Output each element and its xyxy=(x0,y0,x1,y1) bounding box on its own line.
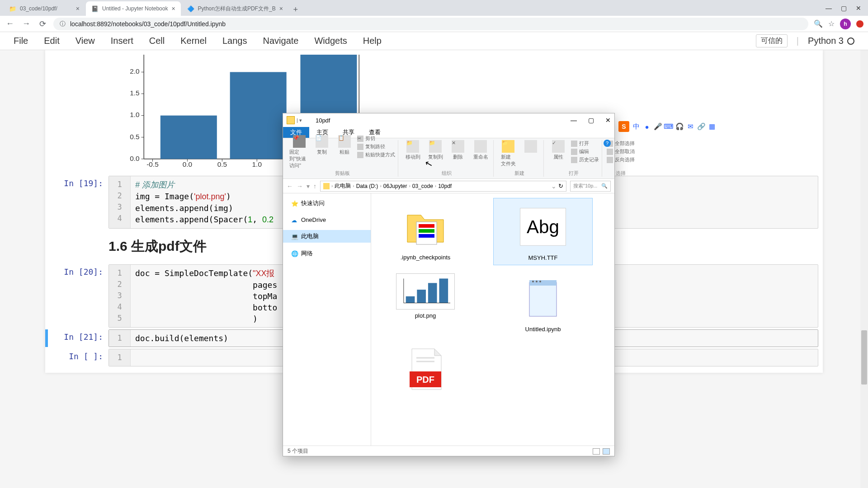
view-icons-icon[interactable] xyxy=(603,448,610,455)
breadcrumb-item[interactable]: 06Jupyter xyxy=(383,183,407,189)
file-item-folder[interactable]: .ipynb_checkpoints xyxy=(376,198,475,265)
menu-view[interactable]: View xyxy=(75,36,95,46)
file-explorer-window[interactable]: | ▾ 10pdf — ▢ ✕ 文件 主页 共享 查看 ? 📌固定到"快速访问"… xyxy=(283,113,615,456)
file-item-notebook[interactable]: Untitled.ipynb xyxy=(493,270,593,336)
breadcrumb-item[interactable]: Data (D:) xyxy=(356,183,378,189)
nav-back-icon[interactable]: ← xyxy=(287,183,293,190)
close-icon[interactable]: × xyxy=(279,5,283,12)
move-to-button[interactable]: 📁移动到 xyxy=(403,140,423,160)
minimize-icon[interactable]: — xyxy=(571,117,577,124)
breadcrumb-item[interactable]: 此电脑 xyxy=(335,182,351,190)
close-icon[interactable]: × xyxy=(76,5,80,12)
menu-help[interactable]: Help xyxy=(363,36,382,46)
browser-tab-0[interactable]: 📁 03_code/10pdf/ × xyxy=(4,1,85,16)
menu-insert[interactable]: Insert xyxy=(111,36,133,46)
menu-file[interactable]: File xyxy=(14,36,28,46)
sidebar-item-thispc[interactable]: 💻此电脑 xyxy=(283,230,371,243)
help-icon[interactable]: ? xyxy=(604,140,611,147)
profile-avatar[interactable]: h xyxy=(840,19,851,29)
explorer-nav: ← → ▾ ↑ › 此电脑› Data (D:)› 06Jupyter› 03_… xyxy=(283,179,614,193)
history-button[interactable]: 历史记录 xyxy=(571,156,599,163)
ime-lang-icon[interactable]: 中 xyxy=(632,122,640,131)
file-item-pdf[interactable]: PDF xyxy=(376,341,475,398)
breadcrumb-item[interactable]: 03_code xyxy=(412,183,433,189)
explorer-titlebar[interactable]: | ▾ 10pdf — ▢ ✕ xyxy=(283,113,614,127)
svg-rect-25 xyxy=(419,224,434,228)
sidebar-item-network[interactable]: 🌐网络 xyxy=(283,247,371,260)
item-count: 5 个项目 xyxy=(288,447,308,455)
file-item-font[interactable]: Abg MSYH.TTF xyxy=(493,198,593,265)
rename-button[interactable]: 重命名 xyxy=(471,140,491,160)
ime-keyboard-icon[interactable]: ⌨ xyxy=(665,122,673,131)
copy-path-button[interactable]: 复制路径 xyxy=(357,143,395,150)
pin-button[interactable]: 📌固定到"快速访问" xyxy=(289,135,309,169)
sidebar-item-onedrive[interactable]: ☁OneDrive xyxy=(283,214,371,225)
maximize-icon[interactable]: ▢ xyxy=(841,5,847,12)
paste-shortcut-button[interactable]: 粘贴快捷方式 xyxy=(357,151,395,158)
menu-widgets[interactable]: Widgets xyxy=(314,36,347,46)
close-icon[interactable]: × xyxy=(171,5,175,12)
paste-button[interactable]: 📋粘贴 xyxy=(335,135,354,155)
cut-button[interactable]: ✂剪切 xyxy=(357,135,395,142)
edit-button[interactable]: 编辑 xyxy=(571,148,599,155)
sidebar-item-quickaccess[interactable]: ⭐快速访问 xyxy=(283,197,371,210)
search-icon[interactable]: 🔍 xyxy=(814,19,823,28)
ime-mail-icon[interactable]: ✉ xyxy=(686,122,694,131)
menu-langs[interactable]: Langs xyxy=(222,36,247,46)
copy-button[interactable]: 📄复制 xyxy=(312,135,332,155)
copy-to-button[interactable]: 📁复制到 xyxy=(425,140,445,160)
view-details-icon[interactable] xyxy=(593,448,600,455)
vertical-scrollbar[interactable] xyxy=(860,50,868,488)
file-list[interactable]: .ipynb_checkpoints Abg MSYH.TTF plot.png… xyxy=(371,193,614,446)
ime-mic-icon[interactable]: 🎤 xyxy=(654,122,662,131)
ime-grid-icon[interactable]: ▦ xyxy=(708,122,716,131)
maximize-icon[interactable]: ▢ xyxy=(588,117,594,124)
address-bar[interactable]: ⓘ localhost:8892/notebooks/03_code/10pdf… xyxy=(53,18,808,30)
close-icon[interactable]: ✕ xyxy=(605,117,611,124)
minimize-icon[interactable]: — xyxy=(826,5,832,12)
kernel-indicator[interactable]: Python 3 xyxy=(808,36,854,46)
cell-prompt: In [20]: xyxy=(50,264,108,328)
nav-history-icon[interactable]: ▾ xyxy=(307,183,310,190)
close-icon[interactable]: ✕ xyxy=(856,5,861,12)
search-input[interactable]: 搜索"10p... 🔍 xyxy=(570,181,611,192)
open-button[interactable]: 打开 xyxy=(571,140,599,147)
menu-navigate[interactable]: Navigate xyxy=(263,36,299,46)
explorer-sidebar[interactable]: ⭐快速访问 ☁OneDrive 💻此电脑 🌐网络 xyxy=(283,193,371,446)
breadcrumb[interactable]: › 此电脑› Data (D:)› 06Jupyter› 03_code› 10… xyxy=(320,181,566,192)
menu-kernel[interactable]: Kernel xyxy=(180,36,207,46)
delete-button[interactable]: ✕删除 xyxy=(448,140,468,160)
search-icon[interactable]: 🔍 xyxy=(601,183,608,189)
new-item-button[interactable] xyxy=(521,140,541,153)
new-folder-button[interactable]: 📁新建 文件夹 xyxy=(498,140,518,167)
select-all-button[interactable]: 全部选择 xyxy=(607,140,635,147)
invert-selection-button[interactable]: 反向选择 xyxy=(607,156,635,163)
site-info-icon[interactable]: ⓘ xyxy=(60,20,66,28)
nav-forward-icon[interactable]: → xyxy=(297,183,303,190)
nav-up-icon[interactable]: ↑ xyxy=(313,183,316,190)
browser-tab-2[interactable]: 🔷 Python怎样自动生成PDF文件_B × xyxy=(182,1,288,16)
ime-link-icon[interactable]: 🔗 xyxy=(697,122,705,131)
menu-cell[interactable]: Cell xyxy=(149,36,165,46)
refresh-icon[interactable]: ↻ xyxy=(558,183,563,189)
ime-headphones-icon[interactable]: 🎧 xyxy=(675,122,684,131)
ime-toolbar[interactable]: S 中 ● 🎤 ⌨ 🎧 ✉ 🔗 ▦ xyxy=(618,121,716,132)
forward-button[interactable]: → xyxy=(21,19,32,29)
browser-tab-1[interactable]: 📓 Untitled - Jupyter Notebook × xyxy=(86,1,181,16)
breadcrumb-item[interactable]: 10pdf xyxy=(438,183,452,189)
star-icon[interactable]: ☆ xyxy=(828,19,835,28)
select-none-button[interactable]: 全部取消 xyxy=(607,148,635,155)
ime-logo-icon[interactable]: S xyxy=(618,121,629,132)
reload-button[interactable]: ⟳ xyxy=(37,19,48,29)
extension-icon[interactable] xyxy=(856,20,863,28)
svg-point-41 xyxy=(539,281,541,282)
new-tab-button[interactable]: + xyxy=(289,3,302,16)
properties-button[interactable]: ✓属性 xyxy=(548,140,568,160)
svg-rect-34 xyxy=(439,278,448,303)
chevron-down-icon[interactable]: ⌄ xyxy=(551,183,557,190)
menu-edit[interactable]: Edit xyxy=(44,36,59,46)
back-button[interactable]: ← xyxy=(5,19,15,29)
file-item-image[interactable]: plot.png xyxy=(376,270,475,336)
trusted-button[interactable]: 可信的 xyxy=(756,34,788,47)
scrollbar-thumb[interactable] xyxy=(861,330,867,385)
